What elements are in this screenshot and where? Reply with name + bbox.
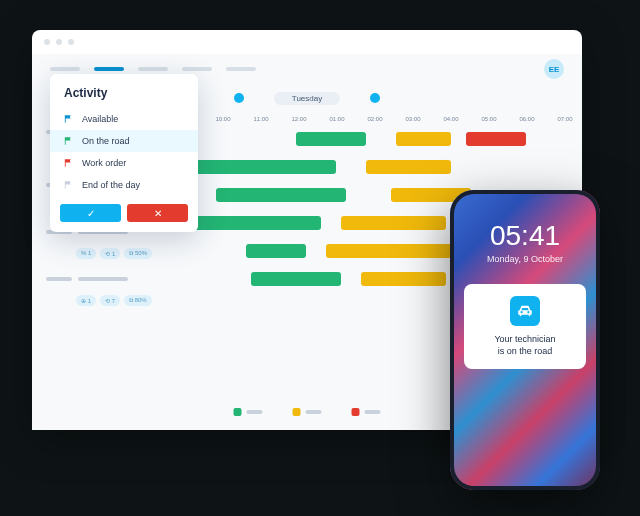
- gantt-bar[interactable]: [216, 188, 346, 202]
- hour-label: 11:00: [244, 116, 278, 122]
- gantt-bar[interactable]: [361, 272, 446, 286]
- flag-icon: [64, 158, 74, 168]
- flag-icon: [64, 114, 74, 124]
- confirm-button[interactable]: ✓: [60, 204, 121, 222]
- activity-option[interactable]: On the road: [50, 130, 198, 152]
- metric-pills: % 1⟲ 1⧉ 50%: [46, 248, 156, 259]
- hour-label: 06:00: [510, 116, 544, 122]
- hour-label: 02:00: [358, 116, 392, 122]
- flag-icon: [64, 136, 74, 146]
- flag-icon: [64, 180, 74, 190]
- hour-label: 12:00: [282, 116, 316, 122]
- gantt-bar[interactable]: [251, 272, 341, 286]
- gantt-bar[interactable]: [341, 216, 446, 230]
- lock-time: 05:41: [464, 220, 586, 252]
- car-icon: [510, 296, 540, 326]
- hour-label: 04:00: [434, 116, 468, 122]
- hour-label: 07:00: [548, 116, 582, 122]
- avatar[interactable]: EE: [544, 59, 564, 79]
- day-label: Tuesday: [274, 92, 340, 105]
- gantt-bar[interactable]: [396, 132, 451, 146]
- lock-date: Monday, 9 October: [464, 254, 586, 264]
- gantt-bar[interactable]: [191, 216, 321, 230]
- popup-title: Activity: [50, 86, 198, 108]
- phone-mockup: 05:41 Monday, 9 October Your technician …: [450, 190, 600, 490]
- gantt-bar[interactable]: [246, 244, 306, 258]
- titlebar: [32, 30, 582, 54]
- next-day-button[interactable]: [370, 93, 380, 103]
- notif-line1: Your technician: [474, 334, 576, 346]
- hour-label: 10:00: [206, 116, 240, 122]
- hour-label: 05:00: [472, 116, 506, 122]
- nav-item-active[interactable]: [94, 67, 124, 71]
- nav-item[interactable]: [226, 67, 256, 71]
- metric-pills: ⊕ 1⟲ 7⧉ 80%: [46, 295, 156, 306]
- notification-card[interactable]: Your technician is on the road: [464, 284, 586, 369]
- gantt-bar[interactable]: [366, 160, 451, 174]
- nav-item[interactable]: [138, 67, 168, 71]
- resource-row[interactable]: [46, 267, 156, 291]
- notif-line2: is on the road: [474, 346, 576, 358]
- gantt-bar[interactable]: [296, 132, 366, 146]
- prev-day-button[interactable]: [234, 93, 244, 103]
- activity-option[interactable]: Available: [50, 108, 198, 130]
- activity-option[interactable]: End of the day: [50, 174, 198, 196]
- cancel-button[interactable]: ✕: [127, 204, 188, 222]
- nav-item[interactable]: [182, 67, 212, 71]
- hour-label: 03:00: [396, 116, 430, 122]
- gantt-bar[interactable]: [186, 160, 336, 174]
- activity-option[interactable]: Work order: [50, 152, 198, 174]
- legend: [234, 408, 381, 416]
- hour-label: 01:00: [320, 116, 354, 122]
- nav-item[interactable]: [50, 67, 80, 71]
- gantt-bar[interactable]: [466, 132, 526, 146]
- activity-popup: Activity AvailableOn the roadWork orderE…: [50, 74, 198, 232]
